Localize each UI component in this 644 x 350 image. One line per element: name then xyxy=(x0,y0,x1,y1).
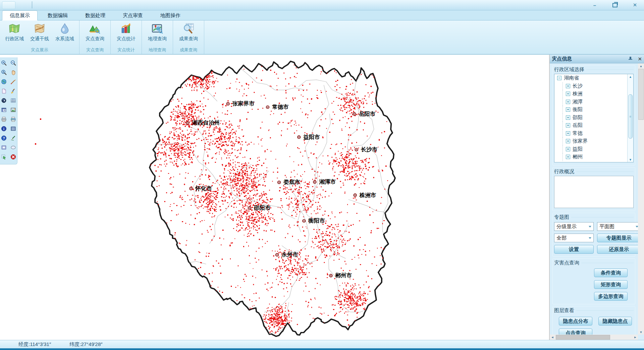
panel-vscroll-thumb[interactable] xyxy=(638,69,644,120)
rectangle-query-button[interactable]: 矩形查询 xyxy=(594,280,628,289)
tree-expand-icon[interactable]: + xyxy=(566,131,570,136)
hide-hazard-button[interactable]: 隐藏隐患点 xyxy=(598,317,632,326)
minimize-button[interactable]: – xyxy=(590,2,599,8)
overview-caption: 行政概况 xyxy=(554,168,634,176)
polygon-select-button[interactable] xyxy=(0,153,8,161)
print-preview-button[interactable] xyxy=(9,116,17,124)
tab-1[interactable]: 数据编辑 xyxy=(40,11,75,20)
quick-access-separator xyxy=(32,1,32,8)
tree-expand-icon[interactable]: + xyxy=(566,139,570,143)
panel-hscroll-thumb[interactable] xyxy=(556,335,610,340)
tree-collapse-icon[interactable]: − xyxy=(557,76,561,80)
pin-icon[interactable] xyxy=(628,56,633,62)
close-button[interactable]: ✕ xyxy=(631,2,639,8)
tree-node-label: 湘潭 xyxy=(573,99,583,105)
disaster-query-button[interactable]: 灾点查询 xyxy=(82,22,108,42)
zoom-center-button[interactable] xyxy=(0,69,8,77)
scroll-up-icon[interactable]: ▲ xyxy=(638,63,644,68)
admin-region-button[interactable]: 行政区域 xyxy=(2,22,27,42)
disaster-stats-button[interactable]: 灾点统计 xyxy=(113,22,139,42)
disaster-stats-chart-icon xyxy=(120,22,132,35)
tree-node-5[interactable]: +岳阳 xyxy=(554,121,633,130)
tree-node-1[interactable]: +株洲 xyxy=(554,90,633,98)
rect-select-button[interactable] xyxy=(0,144,8,152)
sketch-pen-button[interactable] xyxy=(9,135,17,143)
delete-red-x-button[interactable] xyxy=(9,153,17,161)
full-extent-globe-button[interactable] xyxy=(0,78,8,86)
map-canvas[interactable]: 张家界市常德市岳阳市湘西自治州益阳市长沙市娄底市湘潭市株洲市怀化市邵阳市衡阳市永… xyxy=(0,55,549,340)
tab-4[interactable]: 地图操作 xyxy=(153,11,188,20)
tree-node-2[interactable]: +湘潭 xyxy=(554,98,633,106)
tree-expand-icon[interactable]: + xyxy=(566,115,570,120)
redraw-brush-button[interactable] xyxy=(9,88,17,96)
condition-query-button[interactable]: 条件查询 xyxy=(594,268,628,277)
traffic-line-button[interactable]: 交通干线 xyxy=(27,22,52,42)
tree-expand-icon[interactable]: + xyxy=(566,84,570,88)
attribute-table-button[interactable] xyxy=(9,97,17,105)
tree-expand-icon[interactable]: + xyxy=(566,100,570,104)
tree-expand-icon[interactable]: + xyxy=(566,92,570,96)
ellipse-select-button[interactable] xyxy=(9,144,17,152)
scroll-down-icon[interactable]: ▼ xyxy=(638,330,644,335)
tree-node-6[interactable]: +常德 xyxy=(554,130,633,138)
restore-display-button[interactable]: 还原显示 xyxy=(597,245,638,254)
scroll-down-icon[interactable]: ▼ xyxy=(628,157,633,162)
scroll-right-icon[interactable]: ► xyxy=(633,336,638,339)
tab-2[interactable]: 数据处理 xyxy=(78,11,113,20)
tree-node-9[interactable]: +郴州 xyxy=(554,153,633,161)
tab-0[interactable]: 信息展示 xyxy=(2,10,38,20)
hunan-province-map[interactable]: 张家界市常德市岳阳市湘西自治州益阳市长沙市娄底市湘潭市株洲市怀化市邵阳市衡阳市永… xyxy=(141,55,396,339)
svg-text:怀化市: 怀化市 xyxy=(195,185,212,191)
geo-query-button[interactable]: 地理查询 xyxy=(144,22,170,42)
legend-window-button[interactable] xyxy=(9,125,17,133)
category-combobox[interactable]: 全部 xyxy=(554,234,594,242)
zoom-in-button[interactable] xyxy=(0,59,8,67)
tree-expand-icon[interactable]: + xyxy=(566,123,570,128)
scroll-left-icon[interactable]: ◄ xyxy=(550,336,555,339)
display-mode-combobox[interactable]: 分级显示 xyxy=(554,222,594,231)
tree-scrollbar[interactable]: ▲ ≡ ▼ xyxy=(627,74,633,162)
zoom-out-button[interactable] xyxy=(9,59,17,67)
tree-scroll-thumb[interactable]: ≡ xyxy=(628,94,633,139)
tree-node-root[interactable]: −湖南省 xyxy=(554,74,633,82)
overview-textbox[interactable] xyxy=(554,176,634,208)
quick-access-button[interactable] xyxy=(2,1,15,9)
panel-close-icon[interactable]: ✕ xyxy=(638,56,642,62)
help-button[interactable]: ? xyxy=(0,135,8,143)
click-query-button[interactable]: 点击查询 xyxy=(559,329,592,335)
geo-search-map-icon xyxy=(151,22,163,35)
measure-distance-button[interactable] xyxy=(9,78,17,86)
tree-node-7[interactable]: +张家界 xyxy=(554,137,633,145)
tree-expand-icon[interactable]: + xyxy=(566,107,570,112)
ribbon-group-3: 地理查询地理查询 xyxy=(142,20,173,54)
settings-button[interactable]: 设置 xyxy=(554,245,594,254)
panel-horizontal-scrollbar[interactable]: ◄ ► xyxy=(550,335,638,340)
tree-expand-icon[interactable]: + xyxy=(566,155,570,159)
print-button[interactable] xyxy=(0,116,8,124)
pan-hand-button[interactable] xyxy=(9,69,17,77)
water-basin-button[interactable]: 水系流域 xyxy=(52,22,77,42)
tree-node-0[interactable]: +长沙 xyxy=(554,82,633,90)
identify-info-button[interactable]: i xyxy=(0,125,8,133)
tab-3[interactable]: 灾点审查 xyxy=(115,11,150,20)
tree-node-8[interactable]: +益阳 xyxy=(554,145,633,153)
clear-page-button[interactable] xyxy=(0,88,8,96)
result-query-button[interactable]: 成果查询 xyxy=(175,22,202,42)
thematic-show-button[interactable]: 专题图显示 xyxy=(597,234,638,242)
tree-node-4[interactable]: +邵阳 xyxy=(554,114,633,122)
polygon-query-button[interactable]: 多边形查询 xyxy=(594,292,628,301)
layer-control-button[interactable] xyxy=(0,106,8,114)
export-image-button[interactable] xyxy=(9,106,17,114)
chart-type-combobox[interactable]: 平面图 xyxy=(597,222,638,231)
title-bar: – ✕ xyxy=(0,0,644,10)
ribbon-button-label: 灾点统计 xyxy=(117,36,136,42)
restore-button[interactable] xyxy=(610,2,619,8)
hazard-distribution-button[interactable]: 隐患点分布 xyxy=(559,317,592,326)
latitude-readout: 纬度:27°49′28″ xyxy=(69,341,102,348)
tree-expand-icon[interactable]: + xyxy=(566,147,570,151)
overview-eye-button[interactable] xyxy=(0,97,8,105)
scroll-up-icon[interactable]: ▲ xyxy=(628,74,633,79)
hunan-map[interactable]: 张家界市常德市岳阳市湘西自治州益阳市长沙市娄底市湘潭市株洲市怀化市邵阳市衡阳市永… xyxy=(141,55,396,340)
panel-vertical-scrollbar[interactable]: ▲ ▼ xyxy=(638,63,644,335)
tree-node-3[interactable]: +衡阳 xyxy=(554,106,633,114)
